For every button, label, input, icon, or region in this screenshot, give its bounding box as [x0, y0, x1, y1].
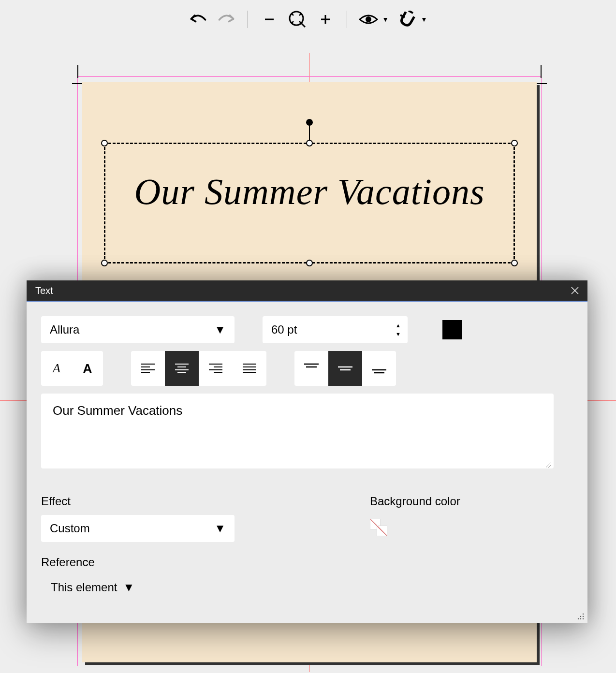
- svg-line-7: [409, 11, 413, 13]
- magnet-icon: [398, 11, 416, 28]
- svg-line-2: [301, 23, 305, 27]
- rotation-handle[interactable]: [306, 119, 313, 126]
- text-box-selection[interactable]: Our Summer Vacations: [104, 143, 515, 263]
- reference-select[interactable]: This element ▼: [41, 576, 235, 599]
- svg-point-5: [366, 16, 371, 22]
- chevron-down-icon: ▼: [214, 323, 226, 336]
- transparent-icon: [377, 526, 387, 536]
- redo-icon: [217, 12, 236, 27]
- italic-button[interactable]: A: [41, 351, 72, 386]
- resize-handle[interactable]: [101, 140, 108, 146]
- bold-icon: A: [83, 361, 92, 376]
- snap-button[interactable]: [397, 10, 417, 29]
- zoom-fit-button[interactable]: [288, 10, 307, 29]
- align-justify-icon: [243, 363, 256, 374]
- valign-middle-icon: [338, 363, 352, 374]
- align-center-icon: [175, 363, 189, 374]
- panel-body: Allura ▼ 60 pt ▲ ▼ A A: [27, 302, 587, 623]
- rotation-line: [309, 124, 310, 141]
- undo-icon: [189, 12, 208, 27]
- close-icon: [571, 287, 579, 294]
- font-name-value: Allura: [50, 323, 79, 336]
- panel-title: Text: [35, 285, 53, 296]
- text-color-swatch[interactable]: [442, 320, 462, 339]
- resize-handle[interactable]: [511, 260, 518, 266]
- zoom-fit-icon: [288, 10, 307, 29]
- crop-mark-icon: [65, 65, 85, 85]
- reference-value: This element: [51, 581, 117, 594]
- preview-button[interactable]: [359, 10, 378, 29]
- spinner-up-icon[interactable]: ▲: [396, 323, 401, 328]
- background-color-swatch[interactable]: [370, 519, 391, 540]
- text-properties-panel: Text Allura ▼ 60 pt ▲ ▼: [27, 280, 587, 623]
- toolbar-separator: [248, 11, 248, 28]
- valign-bottom-icon: [372, 363, 386, 374]
- align-center-button[interactable]: [165, 351, 199, 386]
- vertical-align-group: [294, 351, 396, 386]
- spinner-arrows[interactable]: ▲ ▼: [396, 323, 401, 336]
- eye-icon: [359, 13, 378, 26]
- effect-label: Effect: [41, 495, 235, 508]
- spinner-down-icon[interactable]: ▼: [396, 332, 401, 336]
- effect-select[interactable]: Custom ▼: [41, 515, 235, 542]
- reference-label: Reference: [41, 556, 235, 569]
- top-toolbar: ▼ ▼: [0, 10, 616, 29]
- svg-point-40: [583, 616, 584, 617]
- effect-value: Custom: [50, 522, 90, 535]
- chevron-down-icon[interactable]: ▼: [421, 15, 427, 23]
- zoom-in-button[interactable]: [316, 10, 335, 29]
- resize-handle[interactable]: [306, 260, 313, 266]
- align-left-icon: [141, 363, 155, 374]
- resize-handle[interactable]: [101, 260, 108, 266]
- chevron-down-icon: ▼: [123, 581, 134, 594]
- align-right-icon: [209, 363, 222, 374]
- font-family-select[interactable]: Allura ▼: [41, 316, 235, 343]
- panel-titlebar[interactable]: Text: [27, 280, 587, 302]
- chevron-down-icon[interactable]: ▼: [382, 15, 389, 23]
- bold-button[interactable]: A: [72, 351, 103, 386]
- crop-mark-icon: [534, 65, 554, 85]
- font-size-input[interactable]: 60 pt ▲ ▼: [263, 316, 408, 343]
- align-right-button[interactable]: [199, 351, 233, 386]
- close-button[interactable]: [571, 287, 579, 294]
- background-color-label: Background color: [370, 495, 460, 508]
- italic-icon: A: [53, 361, 60, 376]
- minus-icon: [264, 14, 275, 25]
- valign-bottom-button[interactable]: [362, 351, 396, 386]
- plus-icon: [320, 14, 331, 25]
- align-justify-button[interactable]: [233, 351, 266, 386]
- svg-point-43: [583, 618, 584, 619]
- resize-handle[interactable]: [306, 140, 313, 146]
- svg-point-42: [580, 618, 581, 619]
- undo-button[interactable]: [189, 10, 208, 29]
- align-left-button[interactable]: [131, 351, 165, 386]
- svg-point-38: [583, 614, 584, 614]
- redo-button[interactable]: [217, 10, 236, 29]
- valign-top-icon: [304, 363, 319, 374]
- panel-resize-grip[interactable]: [577, 613, 585, 620]
- valign-top-button[interactable]: [294, 351, 328, 386]
- svg-point-39: [580, 616, 581, 617]
- horizontal-align-group: [131, 351, 266, 386]
- toolbar-separator: [347, 11, 347, 28]
- chevron-down-icon: ▼: [214, 522, 226, 535]
- text-style-group: A A: [41, 351, 103, 386]
- svg-point-41: [578, 618, 579, 619]
- font-size-value: 60 pt: [271, 323, 297, 336]
- valign-middle-button[interactable]: [328, 351, 362, 386]
- resize-handle[interactable]: [511, 140, 518, 146]
- text-content-input[interactable]: [41, 394, 554, 468]
- canvas-text-content[interactable]: Our Summer Vacations: [105, 171, 513, 213]
- zoom-out-button[interactable]: [260, 10, 279, 29]
